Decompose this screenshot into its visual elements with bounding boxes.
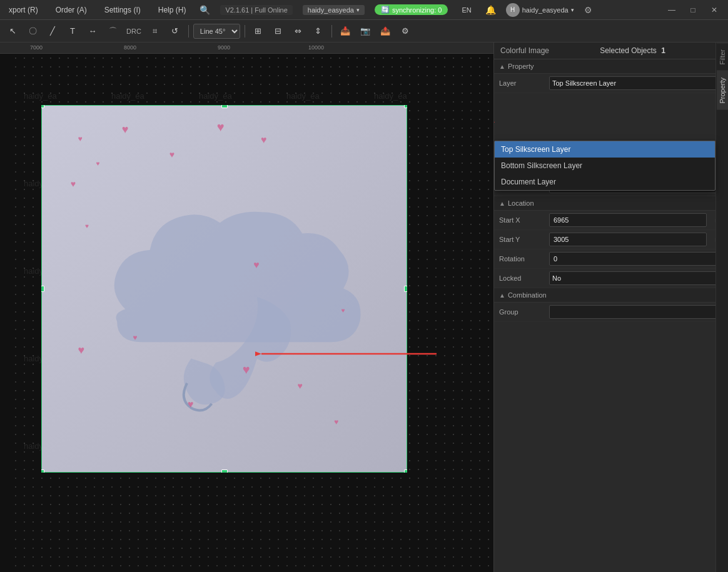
dropdown-option-top-silkscreen[interactable]: Top Silkscreen Layer: [495, 141, 715, 158]
filter-tab[interactable]: Filter: [717, 43, 728, 71]
ruler-tick-8000: 8000: [124, 44, 136, 51]
menu-item-order[interactable]: Order (A): [52, 3, 91, 17]
personal-btn[interactable]: haidy_easyeda ▾: [303, 5, 365, 15]
location-section-header[interactable]: ▲ Location: [494, 196, 728, 211]
location-section-label: Location: [508, 199, 534, 207]
start-y-row: Start Y mil: [494, 230, 728, 249]
user-btn[interactable]: H haidy_easyeda ▾: [506, 3, 574, 17]
menu-item-xport[interactable]: xport (R): [5, 3, 42, 17]
start-y-input[interactable]: [549, 233, 707, 246]
layer-select[interactable]: Top Silkscreen Layer Bottom Silkscreen L…: [549, 76, 723, 90]
canvas-area[interactable]: 7000 8000 9000 10000 haidy_ea haidy_ea h…: [0, 43, 493, 572]
heart-8: ♥: [85, 223, 89, 229]
toolbar: ↖ 〇 ╱ T ↔ ⌒ DRC ⌗ ↺ Line 45° ⊞ ⊟ ⇔ ⇕ 📥 📷…: [0, 20, 728, 43]
tool-btn-5[interactable]: ⌗: [146, 23, 164, 40]
heart-16: ♥: [341, 307, 345, 314]
selected-objects-label: Selected Objects 1: [600, 46, 665, 55]
tool-btn-6[interactable]: ↺: [166, 23, 184, 40]
heart-14: ♥: [188, 399, 194, 410]
flip-h-btn[interactable]: ⇔: [290, 23, 307, 40]
ruler-tick-9000: 9000: [218, 44, 230, 51]
line-dropdown[interactable]: Line 45°: [193, 24, 240, 39]
watermark-3: haidy_ea: [199, 91, 232, 101]
separator-2: [245, 25, 245, 38]
handle-br[interactable]: [404, 469, 407, 473]
username-label: haidy_easyeda: [522, 6, 569, 14]
handle-ml[interactable]: [41, 286, 44, 292]
handle-tl[interactable]: [41, 105, 44, 108]
heart-6: ♥: [96, 160, 100, 167]
heart-10: ♥: [78, 344, 85, 357]
group-row: Group: [494, 303, 728, 322]
cloud-svg: [59, 123, 389, 454]
lang-btn[interactable]: EN: [458, 5, 475, 15]
dropdown-option-document[interactable]: Document Layer: [495, 174, 715, 190]
line-tool-btn[interactable]: ╱: [44, 23, 61, 40]
locked-label: Locked: [499, 274, 549, 282]
property-tab[interactable]: Property: [717, 71, 728, 110]
layer-dropdown-overlay: Top Silkscreen Layer Bottom Silkscreen L…: [494, 141, 715, 191]
group-select[interactable]: [549, 305, 723, 319]
separator-1: [188, 25, 189, 38]
close-btn[interactable]: ✕: [705, 1, 723, 19]
handle-tm[interactable]: [221, 105, 228, 108]
screenshot-btn[interactable]: 📷: [356, 23, 374, 40]
text-tool-btn[interactable]: T: [64, 23, 81, 40]
sync-btn[interactable]: 🔄 synchronizing: 0: [375, 4, 448, 15]
ruler-tick-10000: 10000: [308, 44, 324, 51]
separator-3: [331, 25, 332, 38]
search-icon[interactable]: 🔍: [200, 5, 210, 15]
canvas-image-container[interactable]: ♥ ♥ ♥ ♥ ♥ ♥ ♥ ♥ ♥ ♥ ♥ ♥ ♥ ♥ ♥: [41, 105, 407, 473]
heart-5: ♥: [261, 134, 267, 146]
handle-tr[interactable]: [404, 105, 407, 108]
flip-v-btn[interactable]: ⇕: [310, 23, 327, 40]
rotation-row: Rotation: [494, 249, 728, 269]
heart-7: ♥: [71, 179, 76, 189]
import-btn[interactable]: 📥: [336, 23, 354, 40]
watermark-2: haidy_ea: [111, 91, 144, 101]
layer-label: Layer: [499, 79, 549, 87]
align-tool-btn[interactable]: ⊞: [250, 23, 267, 40]
group-select-wrapper: [549, 305, 723, 319]
arc-tool-btn[interactable]: ⌒: [104, 23, 121, 40]
menu-item-help[interactable]: Help (H): [154, 3, 190, 17]
property-triangle-icon: ▲: [499, 63, 505, 70]
handle-mr[interactable]: [404, 286, 407, 292]
dropdown-option-bottom-silkscreen[interactable]: Bottom Silkscreen Layer: [495, 158, 715, 174]
group-label: Group: [499, 308, 549, 316]
layer-row: Layer Top Silkscreen Layer Bottom Silksc…: [494, 74, 728, 93]
export-btn[interactable]: 📤: [377, 23, 394, 40]
property-section-header[interactable]: ▲ Property: [494, 59, 728, 74]
watermark-4: haidy_ea: [286, 91, 320, 101]
heart-3: ♥: [169, 149, 174, 159]
main-area: 7000 8000 9000 10000 haidy_ea haidy_ea h…: [0, 43, 728, 572]
heart-9: ♥: [253, 259, 260, 271]
user-chevron-icon: ▾: [571, 7, 574, 13]
locked-select-wrapper: No Yes: [549, 271, 723, 285]
watermark-5: haidy_ea: [374, 91, 407, 101]
ruler-tick-7000: 7000: [30, 44, 43, 51]
select-tool-btn[interactable]: ↖: [4, 23, 21, 40]
gear-icon[interactable]: ⚙: [584, 5, 592, 15]
combination-section-header[interactable]: ▲ Combination: [494, 288, 728, 303]
settings2-btn[interactable]: ⚙: [397, 23, 414, 40]
personal-label: haidy_easyeda: [308, 6, 354, 14]
maximize-btn[interactable]: □: [684, 1, 702, 19]
start-x-input[interactable]: [549, 213, 707, 227]
handle-bl[interactable]: [41, 469, 44, 473]
property-section-label: Property: [508, 63, 534, 70]
minimize-btn[interactable]: —: [663, 1, 680, 19]
canvas-content[interactable]: haidy_ea haidy_ea haidy_ea haidy_ea haid…: [11, 54, 493, 572]
canvas-image: ♥ ♥ ♥ ♥ ♥ ♥ ♥ ♥ ♥ ♥ ♥ ♥ ♥ ♥ ♥: [41, 105, 407, 473]
menu-item-settings[interactable]: Settings (I): [101, 3, 144, 17]
handle-bm[interactable]: [221, 469, 228, 473]
measure-tool-btn[interactable]: ↔: [84, 23, 101, 40]
distribute-tool-btn[interactable]: ⊟: [270, 23, 287, 40]
notification-icon[interactable]: 🔔: [485, 5, 496, 15]
combination-section-label: Combination: [508, 291, 547, 299]
heart-12: ♥: [243, 363, 250, 377]
locked-select[interactable]: No Yes: [549, 271, 723, 285]
rotation-input[interactable]: [549, 252, 723, 266]
rotation-value-wrapper: [549, 252, 723, 266]
wire-tool-btn[interactable]: 〇: [24, 23, 41, 40]
